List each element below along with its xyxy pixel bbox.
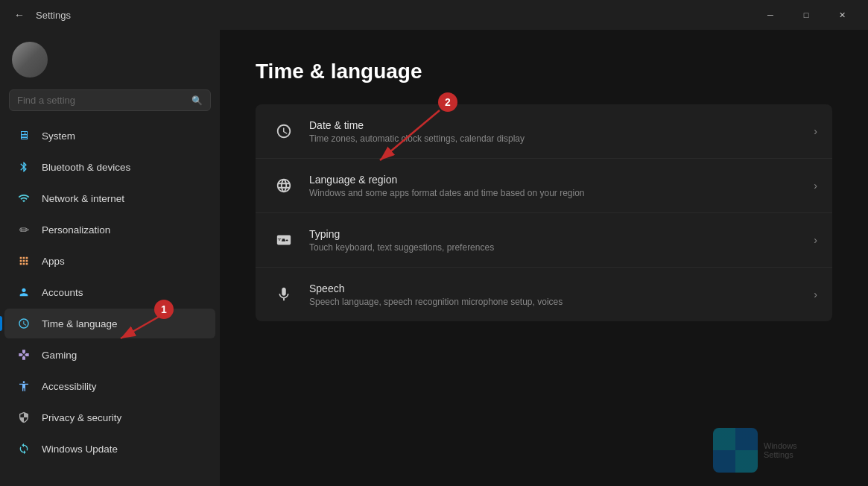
- avatar: [12, 42, 48, 78]
- nav-accounts-wrap: Accounts: [0, 277, 220, 308]
- sidebar-label-accessibility: Accessibility: [42, 381, 97, 392]
- minimize-button[interactable]: ─: [753, 0, 788, 30]
- watermark-text: WindowsSettings: [764, 441, 797, 459]
- sidebar-label-system: System: [42, 130, 75, 142]
- typing-title: Typing: [309, 228, 802, 240]
- title-bar: ← Settings ─ □ ✕: [0, 0, 868, 30]
- bluetooth-icon: [16, 160, 31, 174]
- nav-personalization-wrap: ✏ Personalization: [0, 214, 220, 245]
- language-title: Language & region: [309, 174, 802, 186]
- nav-time-wrap: Time & language: [0, 308, 220, 339]
- sidebar-item-apps[interactable]: Apps: [4, 246, 215, 276]
- accounts-icon: [16, 285, 31, 300]
- date-time-text: Date & time Time zones, automatic clock …: [309, 119, 802, 144]
- sidebar-item-network[interactable]: Network & internet: [4, 183, 215, 213]
- nav-update-wrap: Windows Update: [0, 433, 220, 464]
- nav-bluetooth-wrap: Bluetooth & devices: [0, 151, 220, 183]
- sidebar-label-time: Time & language: [42, 318, 118, 329]
- sidebar-item-bluetooth[interactable]: Bluetooth & devices: [4, 152, 215, 182]
- search-input[interactable]: [17, 95, 186, 106]
- accessibility-icon: [16, 379, 31, 394]
- sidebar-label-update: Windows Update: [42, 444, 118, 455]
- date-time-arrow: ›: [814, 125, 817, 137]
- search-icon: 🔍: [191, 95, 203, 106]
- search-box[interactable]: 🔍: [9, 89, 211, 111]
- nav-system-wrap: 🖥 System: [0, 120, 220, 151]
- nav-network-wrap: Network & internet: [0, 183, 220, 214]
- privacy-icon: [16, 410, 31, 425]
- nav-apps-wrap: Apps: [0, 245, 220, 277]
- speech-desc: Speech language, speech recognition micr…: [309, 297, 802, 307]
- typing-arrow: ›: [814, 234, 817, 246]
- sidebar: 🔍 🖥 System Bluetooth & devices Netw: [0, 30, 220, 486]
- date-time-title: Date & time: [309, 119, 802, 131]
- speech-arrow: ›: [814, 288, 817, 300]
- system-icon: 🖥: [16, 128, 31, 143]
- app-layout: 🔍 🖥 System Bluetooth & devices Netw: [0, 30, 868, 486]
- maximize-button[interactable]: □: [789, 0, 823, 30]
- sidebar-label-privacy: Privacy & security: [42, 412, 121, 423]
- main-content: Time & language Date & time Time zones, …: [220, 30, 868, 486]
- close-button[interactable]: ✕: [825, 0, 859, 30]
- typing-text: Typing Touch keyboard, text suggestions,…: [309, 228, 802, 253]
- nav-privacy-wrap: Privacy & security: [0, 402, 220, 433]
- window-controls: ─ □ ✕: [753, 0, 859, 30]
- date-time-icon: [270, 118, 297, 145]
- typing-desc: Touch keyboard, text suggestions, prefer…: [309, 242, 802, 253]
- back-button[interactable]: ←: [9, 4, 30, 25]
- speech-icon: [270, 281, 297, 308]
- language-desc: Windows and some apps format dates and t…: [309, 188, 802, 198]
- nav-accessibility-wrap: Accessibility: [0, 370, 220, 402]
- settings-item-date-time[interactable]: Date & time Time zones, automatic clock …: [256, 104, 832, 159]
- settings-item-speech[interactable]: Speech Speech language, speech recogniti…: [256, 268, 832, 321]
- sidebar-label-accounts: Accounts: [42, 287, 83, 298]
- language-arrow: ›: [814, 180, 817, 192]
- speech-title: Speech: [309, 283, 802, 294]
- settings-card: Date & time Time zones, automatic clock …: [256, 104, 832, 321]
- settings-item-typing[interactable]: Typing Touch keyboard, text suggestions,…: [256, 213, 832, 268]
- date-time-desc: Time zones, automatic clock settings, ca…: [309, 133, 802, 144]
- sidebar-item-personalization[interactable]: ✏ Personalization: [4, 215, 215, 244]
- typing-icon: [270, 227, 297, 253]
- language-icon: [270, 172, 297, 199]
- user-profile: [0, 30, 220, 86]
- update-icon: [16, 441, 31, 456]
- sidebar-label-bluetooth: Bluetooth & devices: [42, 162, 130, 173]
- settings-item-language[interactable]: Language & region Windows and some apps …: [256, 159, 832, 213]
- sidebar-item-update[interactable]: Windows Update: [4, 434, 215, 464]
- apps-icon: [16, 253, 31, 268]
- watermark-icon: [713, 428, 758, 473]
- network-icon: [16, 191, 31, 206]
- sidebar-item-accessibility[interactable]: Accessibility: [4, 371, 215, 401]
- personalization-icon: ✏: [16, 222, 31, 237]
- gaming-icon: [16, 347, 31, 362]
- sidebar-label-network: Network & internet: [42, 193, 124, 204]
- sidebar-item-system[interactable]: 🖥 System: [4, 121, 215, 151]
- sidebar-label-personalization: Personalization: [42, 224, 110, 236]
- page-title: Time & language: [256, 60, 832, 83]
- sidebar-item-time[interactable]: Time & language: [4, 309, 215, 338]
- sidebar-item-privacy[interactable]: Privacy & security: [4, 403, 215, 432]
- watermark: WindowsSettings: [713, 420, 862, 480]
- speech-text: Speech Speech language, speech recogniti…: [309, 283, 802, 307]
- time-icon: [16, 316, 31, 331]
- nav-gaming-wrap: Gaming: [0, 339, 220, 370]
- sidebar-label-apps: Apps: [42, 256, 65, 267]
- sidebar-item-gaming[interactable]: Gaming: [4, 340, 215, 370]
- language-text: Language & region Windows and some apps …: [309, 174, 802, 198]
- sidebar-label-gaming: Gaming: [42, 350, 77, 361]
- sidebar-item-accounts[interactable]: Accounts: [4, 277, 215, 307]
- app-title: Settings: [36, 10, 753, 21]
